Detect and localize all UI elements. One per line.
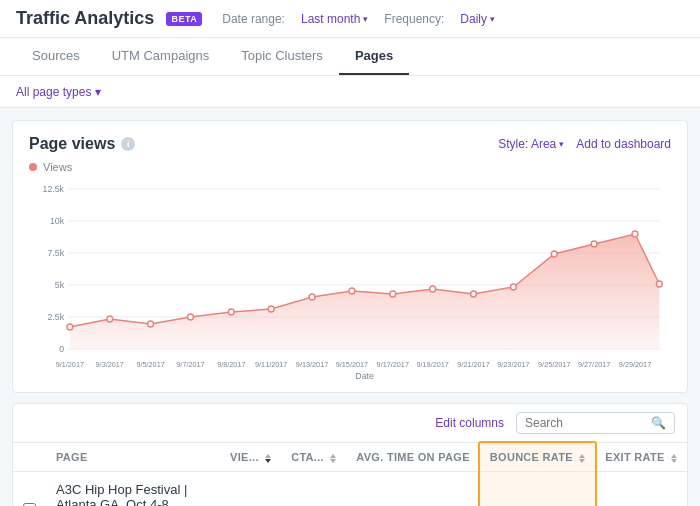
svg-point-25 [591,241,597,247]
search-input[interactable] [525,416,645,430]
svg-point-22 [471,291,477,297]
svg-point-24 [551,251,557,257]
svg-point-19 [349,288,355,294]
chart-title: Page views i [29,135,135,153]
row1-checkbox[interactable] [23,503,36,507]
svg-text:9/19/2017: 9/19/2017 [417,360,449,369]
svg-text:10k: 10k [50,216,65,226]
table-section: Edit columns 🔍 PAGE VIE... [12,403,688,506]
svg-text:9/17/2017: 9/17/2017 [377,360,409,369]
svg-point-26 [632,231,638,237]
th-checkbox [13,443,46,472]
frequency-value[interactable]: Daily ▾ [460,12,495,26]
sort-icon-exit [671,454,677,463]
svg-point-20 [390,291,396,297]
sort-icon-views [265,454,271,463]
svg-point-27 [656,281,662,287]
row1-views: 41,679 [205,472,281,507]
row1-exit: 63.24% [595,472,687,507]
svg-point-14 [148,321,154,327]
svg-text:9/29/2017: 9/29/2017 [619,360,651,369]
svg-text:12.5k: 12.5k [43,184,65,194]
th-views[interactable]: VIE... [205,443,281,472]
svg-text:9/3/2017: 9/3/2017 [96,360,124,369]
th-bounce-rate[interactable]: BOUNCE RATE [480,443,596,472]
chart-legend: Views [29,161,671,173]
svg-text:9/27/2017: 9/27/2017 [578,360,610,369]
svg-text:9/23/2017: 9/23/2017 [497,360,529,369]
frequency-label: Frequency: [384,12,444,26]
svg-point-13 [107,316,113,322]
edit-columns-button[interactable]: Edit columns [435,416,504,430]
row1-checkbox-cell [13,472,46,507]
svg-text:9/11/2017: 9/11/2017 [255,360,287,369]
svg-point-17 [268,306,274,312]
area-chart: 12.5k 10k 7.5k 5k 2.5k 0 [29,179,671,379]
date-range-label: Date range: [222,12,285,26]
svg-text:0: 0 [59,344,64,354]
svg-point-12 [67,324,73,330]
nav-tabs: Sources UTM Campaigns Topic Clusters Pag… [0,38,700,76]
row1-page-cell: A3C Hip Hop Festival | Atlanta GA, Oct 4… [46,472,205,507]
chart-section: Page views i Style: Area ▾ Add to dashbo… [12,120,688,393]
top-header: Traffic Analytics BETA Date range: Last … [0,0,700,38]
svg-point-16 [228,309,234,315]
filter-all-page-types[interactable]: All page types ▾ [16,85,101,99]
filter-chevron-icon: ▾ [95,85,101,99]
tab-topic-clusters[interactable]: Topic Clusters [225,38,339,75]
svg-point-21 [430,286,436,292]
date-range-value[interactable]: Last month ▾ [301,12,368,26]
svg-text:5k: 5k [55,280,65,290]
chart-actions: Style: Area ▾ Add to dashboard [498,137,671,151]
add-dashboard-button[interactable]: Add to dashboard [576,137,671,151]
table-toolbar: Edit columns 🔍 [13,404,687,443]
app-title: Traffic Analytics [16,8,154,29]
search-icon: 🔍 [651,416,666,430]
tab-pages[interactable]: Pages [339,38,409,75]
svg-text:7.5k: 7.5k [48,248,65,258]
row1-cta: 2.1% [281,472,346,507]
svg-text:Date: Date [355,371,374,379]
svg-text:2.5k: 2.5k [48,312,65,322]
row1-bounce: 15.18% [480,472,596,507]
th-page: PAGE [46,443,205,472]
beta-badge: BETA [166,12,202,26]
header-controls: Date range: Last month ▾ Frequency: Dail… [222,12,495,26]
table-row: A3C Hip Hop Festival | Atlanta GA, Oct 4… [13,472,687,507]
th-cta[interactable]: CTA... [281,443,346,472]
svg-point-18 [309,294,315,300]
th-avg-time: AVG. TIME ON PAGE [346,443,479,472]
frequency-chevron-icon: ▾ [490,14,495,24]
style-chevron-icon: ▾ [559,139,564,149]
svg-text:9/5/2017: 9/5/2017 [136,360,164,369]
th-exit-rate[interactable]: EXIT RATE [595,443,687,472]
legend-label-views: Views [43,161,72,173]
chart-container: 12.5k 10k 7.5k 5k 2.5k 0 [29,179,671,382]
row1-page-name: A3C Hip Hop Festival | Atlanta GA, Oct 4… [56,482,195,506]
table-header-row: PAGE VIE... CTA... [13,443,687,472]
sort-icon-cta [330,454,336,463]
svg-text:9/7/2017: 9/7/2017 [176,360,204,369]
style-button[interactable]: Style: Area ▾ [498,137,564,151]
data-table: PAGE VIE... CTA... [13,443,687,506]
svg-text:9/13/2017: 9/13/2017 [296,360,328,369]
sort-icon-bounce [579,454,585,463]
row1-avg-time: a minute [346,472,479,507]
legend-dot-views [29,163,37,171]
svg-text:9/21/2017: 9/21/2017 [457,360,489,369]
svg-point-15 [188,314,194,320]
svg-text:9/25/2017: 9/25/2017 [538,360,570,369]
svg-text:9/1/2017: 9/1/2017 [56,360,84,369]
filter-bar: All page types ▾ [0,76,700,108]
chart-header: Page views i Style: Area ▾ Add to dashbo… [29,135,671,153]
search-box: 🔍 [516,412,675,434]
tab-sources[interactable]: Sources [16,38,96,75]
tab-utm-campaigns[interactable]: UTM Campaigns [96,38,226,75]
chart-info-icon[interactable]: i [121,137,135,151]
date-range-chevron-icon: ▾ [363,14,368,24]
svg-text:9/8/2017: 9/8/2017 [217,360,245,369]
svg-text:9/15/2017: 9/15/2017 [336,360,368,369]
table-with-highlight: PAGE VIE... CTA... [13,443,687,506]
svg-point-23 [511,284,517,290]
